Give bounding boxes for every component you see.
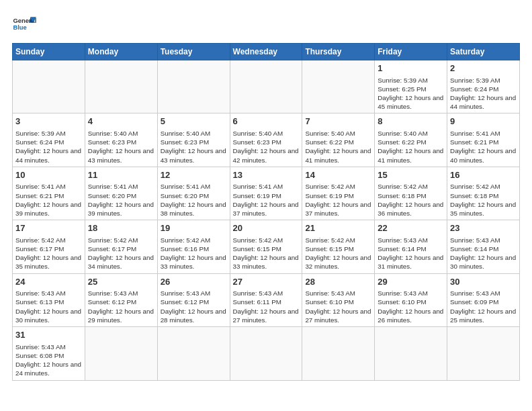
calendar-cell: 23Sunrise: 5:43 AM Sunset: 6:14 PM Dayli…: [447, 220, 520, 273]
day-number: 12: [161, 169, 227, 181]
weekday-header-wednesday: Wednesday: [230, 44, 302, 60]
calendar-cell: [85, 60, 157, 113]
day-number: 8: [378, 116, 444, 128]
day-info: Sunrise: 5:40 AM Sunset: 6:23 PM Dayligh…: [233, 129, 300, 165]
calendar-cell: 15Sunrise: 5:42 AM Sunset: 6:18 PM Dayli…: [375, 167, 447, 220]
day-number: 21: [305, 222, 371, 234]
day-number: 18: [88, 222, 154, 234]
header: General Blue: [12, 12, 520, 36]
day-number: 24: [15, 276, 82, 288]
day-number: 31: [15, 329, 82, 341]
calendar-cell: 22Sunrise: 5:43 AM Sunset: 6:14 PM Dayli…: [375, 220, 447, 273]
calendar-cell: 18Sunrise: 5:42 AM Sunset: 6:17 PM Dayli…: [85, 220, 157, 273]
calendar-cell: 4Sunrise: 5:40 AM Sunset: 6:23 PM Daylig…: [85, 113, 157, 167]
day-info: Sunrise: 5:42 AM Sunset: 6:19 PM Dayligh…: [305, 182, 371, 218]
day-number: 25: [88, 276, 154, 288]
weekday-header-monday: Monday: [85, 44, 157, 60]
day-info: Sunrise: 5:39 AM Sunset: 6:24 PM Dayligh…: [15, 129, 82, 165]
calendar-cell: 30Sunrise: 5:43 AM Sunset: 6:09 PM Dayli…: [447, 273, 520, 326]
calendar-cell: 19Sunrise: 5:42 AM Sunset: 6:16 PM Dayli…: [157, 220, 230, 273]
generalblue-logo-icon: General Blue: [12, 12, 36, 36]
day-info: Sunrise: 5:43 AM Sunset: 6:12 PM Dayligh…: [161, 289, 227, 324]
calendar-cell: [85, 327, 157, 380]
calendar-cell: 12Sunrise: 5:41 AM Sunset: 6:20 PM Dayli…: [157, 167, 230, 220]
day-number: 4: [88, 116, 154, 128]
day-info: Sunrise: 5:43 AM Sunset: 6:08 PM Dayligh…: [15, 342, 82, 378]
calendar-cell: 2Sunrise: 5:39 AM Sunset: 6:24 PM Daylig…: [447, 60, 520, 113]
calendar-cell: 9Sunrise: 5:41 AM Sunset: 6:21 PM Daylig…: [447, 113, 520, 167]
page: General Blue SundayMondayTuesdayWednesda…: [0, 0, 532, 387]
calendar-week-row: 17Sunrise: 5:42 AM Sunset: 6:17 PM Dayli…: [13, 220, 520, 273]
calendar-cell: 3Sunrise: 5:39 AM Sunset: 6:24 PM Daylig…: [13, 113, 85, 167]
day-info: Sunrise: 5:43 AM Sunset: 6:09 PM Dayligh…: [450, 289, 517, 324]
day-number: 27: [233, 276, 300, 288]
day-info: Sunrise: 5:41 AM Sunset: 6:20 PM Dayligh…: [161, 182, 227, 218]
calendar-cell: 8Sunrise: 5:40 AM Sunset: 6:22 PM Daylig…: [375, 113, 447, 167]
calendar-table: SundayMondayTuesdayWednesdayThursdayFrid…: [12, 43, 520, 381]
day-number: 17: [15, 222, 82, 234]
calendar-cell: 13Sunrise: 5:41 AM Sunset: 6:19 PM Dayli…: [230, 167, 302, 220]
day-number: 30: [450, 276, 517, 288]
day-number: 10: [15, 169, 82, 181]
day-number: 2: [450, 62, 517, 75]
day-info: Sunrise: 5:41 AM Sunset: 6:19 PM Dayligh…: [233, 182, 300, 218]
day-info: Sunrise: 5:42 AM Sunset: 6:15 PM Dayligh…: [305, 236, 371, 271]
day-number: 16: [450, 169, 517, 181]
calendar-cell: [13, 60, 85, 113]
calendar-cell: 31Sunrise: 5:43 AM Sunset: 6:08 PM Dayli…: [13, 327, 85, 380]
day-info: Sunrise: 5:40 AM Sunset: 6:23 PM Dayligh…: [161, 129, 227, 165]
calendar-cell: [302, 327, 375, 380]
calendar-cell: 11Sunrise: 5:41 AM Sunset: 6:20 PM Dayli…: [85, 167, 157, 220]
calendar-cell: [157, 327, 230, 380]
day-info: Sunrise: 5:43 AM Sunset: 6:14 PM Dayligh…: [450, 236, 517, 271]
logo-area: General Blue: [12, 12, 36, 36]
weekday-header-row: SundayMondayTuesdayWednesdayThursdayFrid…: [13, 44, 520, 60]
day-info: Sunrise: 5:43 AM Sunset: 6:12 PM Dayligh…: [88, 289, 154, 324]
day-info: Sunrise: 5:43 AM Sunset: 6:10 PM Dayligh…: [305, 289, 371, 324]
day-number: 11: [88, 169, 154, 181]
calendar-week-row: 1Sunrise: 5:39 AM Sunset: 6:25 PM Daylig…: [13, 60, 520, 113]
calendar-cell: [302, 60, 375, 113]
weekday-header-thursday: Thursday: [302, 44, 375, 60]
day-info: Sunrise: 5:41 AM Sunset: 6:20 PM Dayligh…: [88, 182, 154, 218]
day-number: 6: [233, 116, 300, 128]
calendar-cell: 7Sunrise: 5:40 AM Sunset: 6:22 PM Daylig…: [302, 113, 375, 167]
day-info: Sunrise: 5:42 AM Sunset: 6:18 PM Dayligh…: [450, 182, 517, 218]
day-info: Sunrise: 5:40 AM Sunset: 6:22 PM Dayligh…: [378, 129, 444, 165]
svg-text:Blue: Blue: [13, 24, 26, 31]
calendar-cell: 28Sunrise: 5:43 AM Sunset: 6:10 PM Dayli…: [302, 273, 375, 326]
calendar-cell: 16Sunrise: 5:42 AM Sunset: 6:18 PM Dayli…: [447, 167, 520, 220]
day-info: Sunrise: 5:41 AM Sunset: 6:21 PM Dayligh…: [450, 129, 517, 165]
day-number: 23: [450, 222, 517, 234]
day-info: Sunrise: 5:42 AM Sunset: 6:17 PM Dayligh…: [88, 236, 154, 271]
day-number: 29: [378, 276, 444, 288]
calendar-cell: 1Sunrise: 5:39 AM Sunset: 6:25 PM Daylig…: [375, 60, 447, 113]
day-number: 3: [15, 116, 82, 128]
day-number: 26: [161, 276, 227, 288]
calendar-cell: [375, 327, 447, 380]
day-info: Sunrise: 5:43 AM Sunset: 6:11 PM Dayligh…: [233, 289, 300, 324]
weekday-header-friday: Friday: [375, 44, 447, 60]
calendar-cell: 21Sunrise: 5:42 AM Sunset: 6:15 PM Dayli…: [302, 220, 375, 273]
day-number: 7: [305, 116, 371, 128]
calendar-week-row: 24Sunrise: 5:43 AM Sunset: 6:13 PM Dayli…: [13, 273, 520, 326]
day-info: Sunrise: 5:39 AM Sunset: 6:25 PM Dayligh…: [378, 76, 444, 111]
calendar-cell: 26Sunrise: 5:43 AM Sunset: 6:12 PM Dayli…: [157, 273, 230, 326]
day-number: 28: [305, 276, 371, 288]
day-number: 9: [450, 116, 517, 128]
day-info: Sunrise: 5:42 AM Sunset: 6:16 PM Dayligh…: [161, 236, 227, 271]
day-number: 5: [161, 116, 227, 128]
calendar-week-row: 10Sunrise: 5:41 AM Sunset: 6:21 PM Dayli…: [13, 167, 520, 220]
calendar-cell: 5Sunrise: 5:40 AM Sunset: 6:23 PM Daylig…: [157, 113, 230, 167]
day-info: Sunrise: 5:39 AM Sunset: 6:24 PM Dayligh…: [450, 76, 517, 111]
calendar-cell: 20Sunrise: 5:42 AM Sunset: 6:15 PM Dayli…: [230, 220, 302, 273]
calendar-cell: 25Sunrise: 5:43 AM Sunset: 6:12 PM Dayli…: [85, 273, 157, 326]
weekday-header-saturday: Saturday: [447, 44, 520, 60]
day-number: 22: [378, 222, 444, 234]
calendar-week-row: 31Sunrise: 5:43 AM Sunset: 6:08 PM Dayli…: [13, 327, 520, 380]
day-info: Sunrise: 5:42 AM Sunset: 6:15 PM Dayligh…: [233, 236, 300, 271]
day-info: Sunrise: 5:42 AM Sunset: 6:18 PM Dayligh…: [378, 182, 444, 218]
calendar-cell: [447, 327, 520, 380]
calendar-cell: 6Sunrise: 5:40 AM Sunset: 6:23 PM Daylig…: [230, 113, 302, 167]
day-number: 1: [378, 62, 444, 75]
